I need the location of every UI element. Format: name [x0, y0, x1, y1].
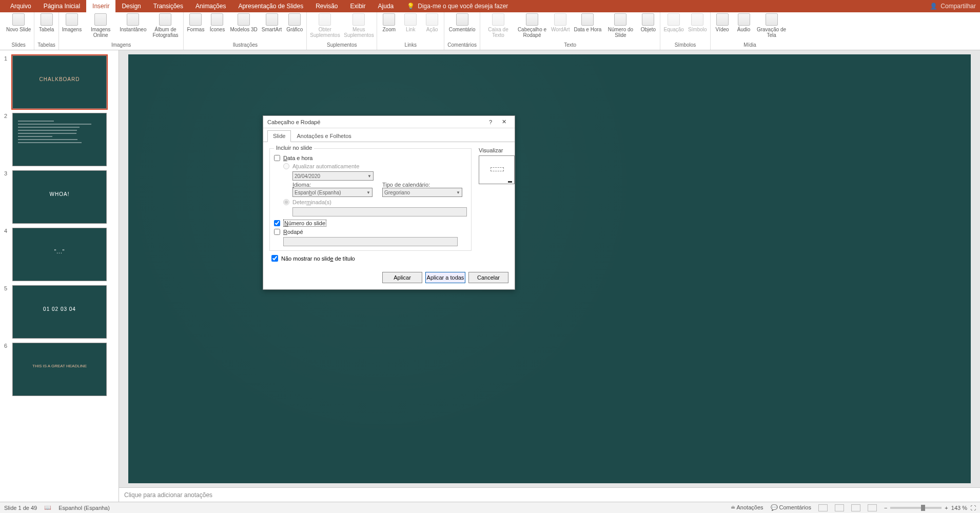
- dialog-tab-notes[interactable]: Anotações e Folhetos: [291, 130, 357, 142]
- cancel-button[interactable]: Cancelar: [468, 272, 508, 283]
- fit-to-window-button[interactable]: ⛶: [970, 505, 976, 511]
- language-indicator[interactable]: Espanhol (Espanha): [58, 505, 110, 511]
- reading-view-button[interactable]: [851, 504, 860, 511]
- include-fieldset: Incluir no slide Data e hora Atualizar a…: [269, 148, 472, 251]
- date-time-checkbox-row[interactable]: Data e hora: [274, 155, 467, 161]
- notes-toggle[interactable]: ≐ Anotações: [731, 504, 763, 511]
- language-select[interactable]: Espanhol (Espanha) ▼: [292, 188, 373, 197]
- zoom-controls: − + 143 % ⛶: [884, 505, 976, 511]
- preview-dotted-area: [491, 167, 504, 171]
- slideshow-view-button[interactable]: [868, 504, 877, 511]
- no-title-row[interactable]: Não mostrar no slide de título: [271, 255, 469, 262]
- calendar-value: Gregoriano: [384, 190, 410, 195]
- no-title-checkbox[interactable]: [271, 255, 278, 262]
- chevron-down-icon: ▼: [456, 190, 460, 195]
- apply-button[interactable]: Aplicar: [382, 272, 422, 283]
- zoom-out-button[interactable]: −: [884, 505, 887, 511]
- chevron-down-icon: ▼: [366, 190, 370, 195]
- footer-row[interactable]: Rodapé: [274, 229, 467, 235]
- spellcheck-icon[interactable]: 📖: [44, 504, 51, 511]
- chevron-down-icon: ▼: [367, 174, 371, 179]
- close-button[interactable]: ✕: [497, 119, 511, 125]
- date-format-value: 20/04/2020: [295, 173, 320, 179]
- zoom-value: 143 %: [951, 505, 967, 511]
- dialog-footer: Aplicar Aplicar a todas Cancelar: [263, 268, 515, 289]
- fieldset-legend: Incluir no slide: [274, 145, 314, 151]
- date-time-checkbox[interactable]: [274, 155, 280, 161]
- slide-counter: Slide 1 de 49: [4, 505, 37, 511]
- dialog-preview-pane: Visualizar: [479, 145, 515, 263]
- auto-update-radio-row[interactable]: Atualizar automaticamente: [283, 163, 467, 169]
- footer-text-input[interactable]: [283, 237, 458, 246]
- footer-checkbox[interactable]: [274, 229, 280, 235]
- preview-label: Visualizar: [479, 147, 515, 153]
- slide-number-row[interactable]: Número do slide: [274, 220, 467, 227]
- comments-toggle[interactable]: 💬 Comentários: [771, 504, 811, 511]
- calendar-label: Tipo de calendário:: [382, 182, 467, 188]
- date-time-label: ata e hora: [287, 155, 313, 161]
- fixed-radio[interactable]: [283, 199, 289, 205]
- slide-number-checkbox[interactable]: [274, 220, 280, 226]
- dialog-title: Cabeçalho e Rodapé: [267, 119, 484, 125]
- dialog-body: Incluir no slide Data e hora Atualizar a…: [263, 142, 515, 268]
- normal-view-button[interactable]: [818, 504, 828, 511]
- fixed-radio-row[interactable]: Determinada(s): [283, 199, 467, 205]
- zoom-slider[interactable]: [890, 507, 942, 509]
- sorter-view-button[interactable]: [835, 504, 844, 511]
- date-format-select[interactable]: 20/04/2020 ▼: [292, 171, 374, 181]
- dialog-tabs: Slide Anotações e Folhetos: [263, 130, 515, 142]
- dialog-backdrop: Cabeçalho e Rodapé ? ✕ Slide Anotações e…: [0, 0, 980, 513]
- preview-box: [479, 155, 515, 184]
- dialog-titlebar[interactable]: Cabeçalho e Rodapé ? ✕: [263, 116, 515, 128]
- calendar-select[interactable]: Gregoriano ▼: [382, 188, 462, 197]
- fixed-date-input[interactable]: [292, 207, 467, 216]
- preview-slidenum-mark: [508, 181, 512, 183]
- header-footer-dialog: Cabeçalho e Rodapé ? ✕ Slide Anotações e…: [263, 115, 515, 290]
- dialog-left-pane: Incluir no slide Data e hora Atualizar a…: [269, 145, 472, 263]
- zoom-in-button[interactable]: +: [945, 505, 948, 511]
- auto-update-radio[interactable]: [283, 163, 289, 169]
- help-button[interactable]: ?: [484, 119, 497, 125]
- apply-all-button[interactable]: Aplicar a todas: [425, 272, 465, 283]
- status-bar: Slide 1 de 49 📖 Espanhol (Espanha) ≐ Ano…: [0, 502, 980, 513]
- dialog-tab-slide[interactable]: Slide: [267, 130, 291, 142]
